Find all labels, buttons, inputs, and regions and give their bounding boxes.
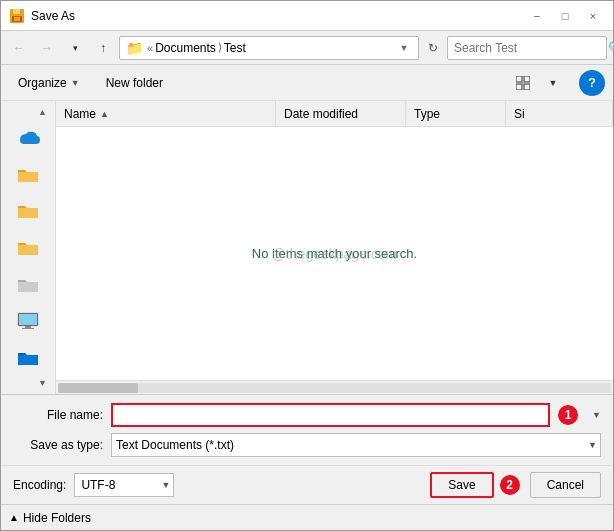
toolbar: Organize ▼ New folder ▼ ? — [1, 65, 613, 101]
maximize-button[interactable]: □ — [553, 5, 577, 27]
hide-folders-label: Hide Folders — [23, 511, 91, 525]
col-name-label: Name — [64, 107, 96, 121]
onedrive-icon — [16, 128, 40, 148]
svg-rect-11 — [18, 282, 38, 292]
filetype-row: Save as type: Text Documents (*.txt) ▼ — [13, 433, 601, 457]
address-folder-icon: 📁 — [126, 40, 143, 56]
filetype-select[interactable]: Text Documents (*.txt) — [111, 433, 601, 457]
save-button-wrap: Save 2 — [430, 472, 493, 498]
scrollbar-thumb[interactable] — [58, 383, 138, 393]
back-button[interactable]: ← — [7, 36, 31, 60]
filename-dropdown-arrow[interactable]: ▼ — [592, 410, 601, 420]
svg-rect-8 — [18, 172, 38, 182]
title-bar-left: Save As — [9, 8, 75, 24]
breadcrumb-part1: Documents — [155, 41, 216, 55]
sidebar-expand-top: ▲ — [5, 107, 51, 118]
sidebar-item-onedrive[interactable] — [5, 122, 51, 155]
new-folder-label: New folder — [106, 76, 163, 90]
dropdown-history-button[interactable]: ▾ — [63, 36, 87, 60]
help-button[interactable]: ? — [579, 70, 605, 96]
filename-badge: 1 — [558, 405, 578, 425]
forward-button[interactable]: → — [35, 36, 59, 60]
file-header: Name ▲ Date modified Type Si — [56, 101, 613, 127]
search-icon: 🔍 — [608, 41, 614, 55]
col-type-header[interactable]: Type — [406, 101, 506, 126]
svg-rect-4 — [516, 76, 522, 82]
svg-rect-13 — [19, 314, 37, 325]
organize-dropdown-icon: ▼ — [71, 78, 80, 88]
encoding-label: Encoding: — [13, 478, 66, 492]
breadcrumb: « Documents ⟩ Test — [147, 41, 392, 55]
encoding-select[interactable]: UTF-8 — [74, 473, 174, 497]
sidebar: ▲ — [1, 101, 56, 394]
sidebar-item-monitor[interactable] — [5, 305, 51, 338]
svg-rect-15 — [22, 328, 34, 329]
horizontal-scrollbar[interactable] — [56, 380, 613, 394]
sidebar-item-folder1[interactable] — [5, 158, 51, 191]
col-size-label: Si — [514, 107, 525, 121]
sidebar-expand-button[interactable]: ▲ — [38, 107, 47, 117]
col-name-header[interactable]: Name ▲ — [56, 101, 276, 126]
breadcrumb-part2: Test — [224, 41, 246, 55]
folder2-icon — [16, 201, 40, 221]
filename-row: File name: 1 ▼ — [13, 403, 601, 427]
organize-button[interactable]: Organize ▼ — [9, 70, 89, 96]
search-input[interactable] — [454, 41, 604, 55]
sidebar-item-folder2[interactable] — [5, 195, 51, 228]
save-button[interactable]: Save — [430, 472, 493, 498]
hide-folders-button[interactable]: ▲ Hide Folders — [9, 511, 91, 525]
folder3-icon — [16, 238, 40, 258]
organize-label: Organize — [18, 76, 67, 90]
sidebar-item-folder5[interactable] — [5, 341, 51, 374]
up-button[interactable]: ↑ — [91, 36, 115, 60]
file-list: No items match your search. @thegeekpage… — [56, 127, 613, 380]
sidebar-collapse-button[interactable]: ▼ — [38, 378, 47, 388]
svg-rect-3 — [14, 17, 20, 21]
address-bar[interactable]: 📁 « Documents ⟩ Test ▼ — [119, 36, 419, 60]
no-items-message: No items match your search. — [252, 246, 417, 261]
col-date-header[interactable]: Date modified — [276, 101, 406, 126]
title-bar: Save As − □ × — [1, 1, 613, 31]
svg-rect-6 — [516, 84, 522, 90]
cancel-button[interactable]: Cancel — [530, 472, 601, 498]
filetype-select-wrap: Text Documents (*.txt) ▼ — [111, 433, 601, 457]
sidebar-item-folder4[interactable] — [5, 268, 51, 301]
filename-input-wrap: 1 — [111, 403, 550, 427]
search-box: 🔍 — [447, 36, 607, 60]
monitor-icon — [16, 311, 40, 331]
address-dropdown-arrow[interactable]: ▼ — [396, 43, 412, 53]
svg-rect-14 — [25, 326, 31, 328]
new-folder-button[interactable]: New folder — [97, 70, 172, 96]
encoding-select-wrap: UTF-8 ▼ — [74, 473, 174, 497]
bottom-panel: File name: 1 ▼ Save as type: Text Docume… — [1, 394, 613, 465]
actions-row: Encoding: UTF-8 ▼ Save 2 Cancel — [1, 465, 613, 504]
view-controls: ▼ — [509, 70, 567, 96]
svg-rect-1 — [13, 9, 20, 14]
chevron-up-icon: ▲ — [9, 512, 19, 523]
navigation-bar: ← → ▾ ↑ 📁 « Documents ⟩ Test ▼ ↻ 🔍 — [1, 31, 613, 65]
save-badge: 2 — [500, 475, 520, 495]
folder4-icon — [16, 275, 40, 295]
svg-rect-9 — [18, 208, 38, 218]
sidebar-bottom-expand: ▼ — [5, 378, 51, 388]
refresh-button[interactable]: ↻ — [423, 38, 443, 58]
col-date-label: Date modified — [284, 107, 358, 121]
footer: ▲ Hide Folders — [1, 504, 613, 530]
main-area: ▲ — [1, 101, 613, 394]
svg-rect-7 — [524, 84, 530, 90]
view-toggle-button[interactable] — [509, 70, 537, 96]
file-area: Name ▲ Date modified Type Si No items ma… — [56, 101, 613, 394]
close-button[interactable]: × — [581, 5, 605, 27]
view-dropdown-button[interactable]: ▼ — [539, 70, 567, 96]
scrollbar-track — [58, 383, 611, 393]
col-size-header[interactable]: Si — [506, 101, 613, 126]
svg-rect-16 — [18, 355, 38, 365]
folder5-icon — [16, 348, 40, 368]
filename-input[interactable] — [111, 403, 550, 427]
title-bar-controls: − □ × — [525, 5, 605, 27]
save-as-dialog: Save As − □ × ← → ▾ ↑ 📁 « Documents ⟩ Te… — [0, 0, 614, 531]
minimize-button[interactable]: − — [525, 5, 549, 27]
dialog-icon — [9, 8, 25, 24]
folder1-icon — [16, 165, 40, 185]
sidebar-item-folder3[interactable] — [5, 232, 51, 265]
